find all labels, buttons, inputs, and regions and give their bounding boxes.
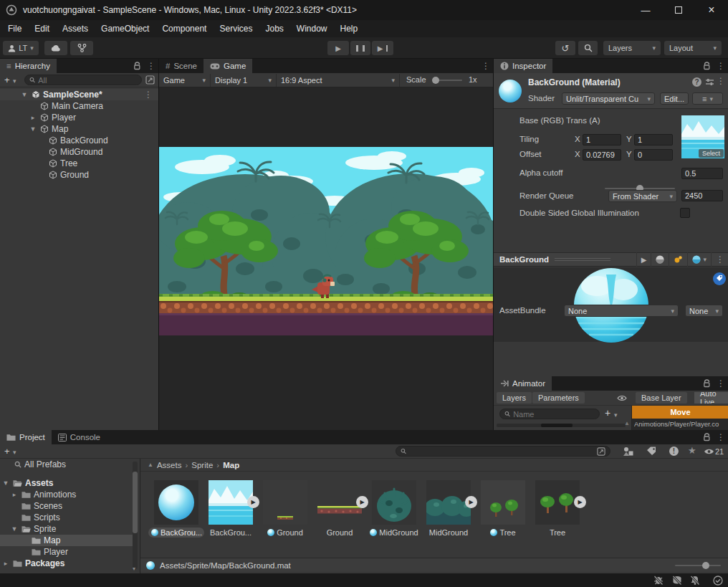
- project-tree-player[interactable]: Player: [0, 546, 140, 558]
- kebab-menu-icon[interactable]: ⋮: [717, 379, 725, 388]
- hierarchy-search[interactable]: [24, 75, 142, 85]
- kebab-menu-icon[interactable]: ⋮: [482, 62, 490, 70]
- breadcrumb-sprite[interactable]: Sprite: [191, 461, 213, 469]
- render-queue-dropdown[interactable]: From Shader▾: [608, 190, 677, 202]
- tiling-y-input[interactable]: [634, 134, 673, 145]
- asset-tree-texture[interactable]: ▶ Tree: [530, 480, 585, 538]
- hierarchy-row-midground[interactable]: MidGround: [0, 146, 158, 158]
- scale-slider-knob[interactable]: [432, 77, 439, 84]
- display-1-dropdown[interactable]: Display 1▾: [211, 74, 277, 87]
- create-asset-dropdown-icon[interactable]: ▾: [13, 449, 16, 456]
- asset-midground-material[interactable]: MidGround: [367, 480, 421, 538]
- auto-live-link-button[interactable]: Auto Live: [694, 392, 728, 404]
- thumbnail-slider-knob[interactable]: [702, 562, 709, 569]
- menu-assets[interactable]: Assets: [56, 20, 95, 37]
- version-control-button[interactable]: [70, 41, 93, 55]
- menu-gameobject[interactable]: GameObject: [95, 20, 155, 37]
- asset-tree-material[interactable]: Tree: [476, 480, 530, 538]
- lock-icon[interactable]: [133, 62, 141, 70]
- menu-edit[interactable]: Edit: [28, 20, 56, 37]
- menu-help[interactable]: Help: [334, 20, 365, 37]
- animator-graph-area[interactable]: Move Animotions/Player/Player.co: [632, 406, 728, 430]
- breadcrumb-assets[interactable]: Assets: [157, 461, 182, 469]
- asset-midground-texture[interactable]: ▶ MidGround: [421, 480, 476, 538]
- tiling-x-input[interactable]: [583, 134, 621, 145]
- animator-state-move[interactable]: Move: [632, 406, 728, 419]
- lock-icon[interactable]: [703, 433, 711, 442]
- add-parameter-dropdown-icon[interactable]: ▾: [614, 411, 618, 419]
- preview-light-button[interactable]: [669, 252, 687, 267]
- project-tree-scrollbar[interactable]: ▾: [133, 462, 138, 569]
- undo-history-button[interactable]: ↺: [555, 41, 575, 55]
- project-tree-packages[interactable]: ▸ Packages: [0, 558, 140, 569]
- menu-window[interactable]: Window: [290, 20, 334, 37]
- project-favorite-all-prefabs[interactable]: All Prefabs: [0, 459, 140, 470]
- alpha-cutoff-input[interactable]: [681, 168, 723, 179]
- pause-button[interactable]: [350, 41, 370, 55]
- asset-background-texture[interactable]: ▶ BackGrou...: [203, 480, 258, 538]
- preview-kebab-icon[interactable]: ⋮: [711, 252, 728, 267]
- hierarchy-row-player[interactable]: ▸ Player: [0, 112, 158, 123]
- preview-environment-dropdown[interactable]: ▾: [687, 252, 711, 267]
- step-button[interactable]: ▶: [372, 41, 393, 55]
- add-object-dropdown-icon[interactable]: ▾: [13, 77, 16, 85]
- eye-icon[interactable]: [617, 395, 627, 401]
- project-tree-assets[interactable]: ▼ Assets: [0, 477, 140, 489]
- search-by-label-icon[interactable]: [646, 447, 656, 456]
- help-icon[interactable]: ?: [692, 77, 701, 87]
- alpha-cutoff-slider[interactable]: [605, 188, 675, 189]
- breadcrumb-map[interactable]: Map: [223, 461, 239, 469]
- render-queue-input[interactable]: [681, 190, 723, 201]
- tab-console[interactable]: Console: [52, 430, 107, 444]
- material-preview-header[interactable]: BackGround ▶ ▾ ⋮: [494, 252, 728, 267]
- preview-play-button[interactable]: ▶: [636, 252, 651, 267]
- base-texture-thumbnail[interactable]: Select: [681, 115, 724, 158]
- maximize-button[interactable]: [662, 0, 695, 20]
- hierarchy-row-main-camera[interactable]: Main Camera: [0, 100, 158, 112]
- offset-x-input[interactable]: [583, 149, 621, 161]
- cache-server-disabled-icon[interactable]: [672, 576, 682, 585]
- menu-jobs[interactable]: Jobs: [259, 20, 289, 37]
- asset-background-material[interactable]: BackGrou...: [149, 480, 203, 538]
- layout-dropdown[interactable]: Layout▾: [664, 41, 722, 55]
- assetbundle-dropdown[interactable]: None▾: [564, 305, 679, 317]
- tab-hierarchy[interactable]: ≡ Hierarchy: [0, 59, 57, 73]
- project-search-input[interactable]: [409, 447, 594, 456]
- open-search-window-icon[interactable]: [597, 447, 605, 456]
- hierarchy-row-background[interactable]: BackGround: [0, 135, 158, 146]
- kebab-menu-icon[interactable]: ⋮: [147, 62, 155, 70]
- create-asset-button[interactable]: +: [4, 446, 10, 457]
- shader-edit-button[interactable]: Edit...: [660, 92, 689, 105]
- scroll-down-icon[interactable]: ▾: [133, 565, 135, 572]
- kebab-menu-icon[interactable]: ⋮: [717, 433, 725, 442]
- hierarchy-search-input[interactable]: [38, 76, 137, 85]
- hidden-packages-icon[interactable]: !: [669, 447, 679, 456]
- hierarchy-row-map[interactable]: ▼ Map: [0, 123, 158, 135]
- eye-icon[interactable]: [704, 448, 714, 455]
- presets-icon[interactable]: [705, 77, 714, 87]
- animator-layers-button[interactable]: Layers: [497, 392, 532, 404]
- assetbundle-tag-icon[interactable]: [713, 272, 726, 285]
- account-button[interactable]: LT▾: [3, 41, 39, 55]
- tab-inspector[interactable]: Inspector: [494, 59, 552, 73]
- project-tree-sprite[interactable]: ▼ Sprite: [0, 523, 140, 535]
- game-display-mode-dropdown[interactable]: Game▾: [159, 74, 211, 87]
- offset-y-input[interactable]: [634, 149, 673, 161]
- menu-file[interactable]: File: [1, 20, 28, 37]
- debugger-disabled-icon[interactable]: [653, 576, 664, 585]
- shader-dropdown[interactable]: Unlit/Transparent Cu▾: [562, 92, 655, 105]
- open-search-window-icon[interactable]: [145, 75, 155, 85]
- menu-component[interactable]: Component: [155, 20, 213, 37]
- animator-search[interactable]: [499, 409, 600, 419]
- minimize-button[interactable]: —: [629, 0, 662, 20]
- close-button[interactable]: ×: [695, 0, 728, 20]
- scale-slider[interactable]: [432, 80, 462, 81]
- tab-animator[interactable]: Animator: [494, 376, 552, 391]
- asset-ground-texture[interactable]: ▶ Ground: [312, 480, 367, 538]
- cloud-button[interactable]: [44, 41, 67, 55]
- menu-services[interactable]: Services: [213, 20, 259, 37]
- project-tree-scripts[interactable]: Scripts: [0, 512, 140, 523]
- preview-mesh-button[interactable]: [651, 252, 669, 267]
- play-button[interactable]: ▶: [327, 41, 349, 55]
- hierarchy-row-ground[interactable]: Ground: [0, 169, 158, 181]
